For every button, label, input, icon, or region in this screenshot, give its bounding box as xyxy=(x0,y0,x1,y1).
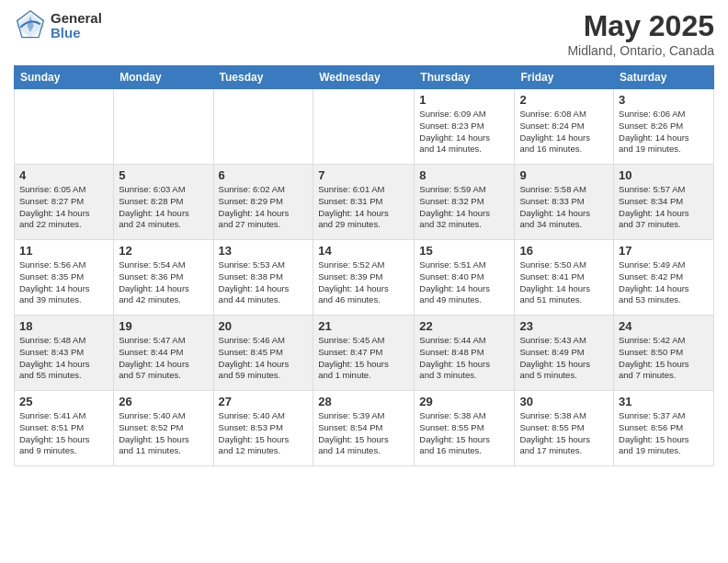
calendar-cell: 17Sunrise: 5:49 AM Sunset: 8:42 PM Dayli… xyxy=(614,240,714,316)
calendar-week-5: 25Sunrise: 5:41 AM Sunset: 8:51 PM Dayli… xyxy=(15,391,714,466)
calendar-cell: 1Sunrise: 6:09 AM Sunset: 8:23 PM Daylig… xyxy=(415,89,515,165)
day-number: 31 xyxy=(619,395,709,408)
th-saturday: Saturday xyxy=(614,66,714,89)
calendar-week-4: 18Sunrise: 5:48 AM Sunset: 8:43 PM Dayli… xyxy=(15,316,714,391)
calendar-cell: 2Sunrise: 6:08 AM Sunset: 8:24 PM Daylig… xyxy=(515,89,614,165)
day-info: Sunrise: 5:46 AM Sunset: 8:45 PM Dayligh… xyxy=(219,335,309,382)
day-info: Sunrise: 5:52 AM Sunset: 8:39 PM Dayligh… xyxy=(318,259,409,306)
day-info: Sunrise: 5:42 AM Sunset: 8:50 PM Dayligh… xyxy=(619,335,709,382)
day-info: Sunrise: 6:08 AM Sunset: 8:24 PM Dayligh… xyxy=(519,109,609,155)
th-friday: Friday xyxy=(515,66,614,89)
day-info: Sunrise: 6:03 AM Sunset: 8:28 PM Dayligh… xyxy=(119,184,208,231)
day-number: 16 xyxy=(519,244,609,258)
day-number: 8 xyxy=(419,168,509,182)
th-wednesday: Wednesday xyxy=(313,66,415,89)
day-number: 10 xyxy=(619,168,709,182)
day-info: Sunrise: 5:48 AM Sunset: 8:43 PM Dayligh… xyxy=(19,335,108,382)
day-number: 2 xyxy=(519,93,609,107)
day-info: Sunrise: 6:06 AM Sunset: 8:26 PM Dayligh… xyxy=(619,109,709,155)
day-number: 20 xyxy=(219,319,309,333)
day-number: 3 xyxy=(619,93,709,107)
day-info: Sunrise: 5:43 AM Sunset: 8:49 PM Dayligh… xyxy=(519,335,609,382)
location: Midland, Ontario, Canada xyxy=(567,43,714,58)
day-number: 26 xyxy=(119,395,208,408)
calendar-cell: 24Sunrise: 5:42 AM Sunset: 8:50 PM Dayli… xyxy=(614,316,714,391)
logo-text: General Blue xyxy=(51,11,102,41)
calendar-cell: 25Sunrise: 5:41 AM Sunset: 8:51 PM Dayli… xyxy=(15,391,114,466)
calendar-cell: 27Sunrise: 5:40 AM Sunset: 8:53 PM Dayli… xyxy=(213,391,313,466)
calendar-cell: 16Sunrise: 5:50 AM Sunset: 8:41 PM Dayli… xyxy=(515,240,614,316)
logo: General Blue xyxy=(14,9,102,42)
day-number: 12 xyxy=(119,244,208,258)
calendar-cell: 23Sunrise: 5:43 AM Sunset: 8:49 PM Dayli… xyxy=(515,316,614,391)
calendar-cell: 22Sunrise: 5:44 AM Sunset: 8:48 PM Dayli… xyxy=(415,316,515,391)
logo-blue: Blue xyxy=(51,26,102,41)
day-number: 19 xyxy=(119,319,208,333)
th-tuesday: Tuesday xyxy=(213,66,313,89)
weekday-header-row: Sunday Monday Tuesday Wednesday Thursday… xyxy=(15,66,714,89)
day-number: 25 xyxy=(19,395,108,408)
day-info: Sunrise: 5:54 AM Sunset: 8:36 PM Dayligh… xyxy=(119,259,208,306)
day-info: Sunrise: 5:38 AM Sunset: 8:55 PM Dayligh… xyxy=(419,410,509,457)
day-number: 14 xyxy=(318,244,409,258)
th-monday: Monday xyxy=(114,66,213,89)
day-number: 17 xyxy=(619,244,709,258)
calendar-cell: 3Sunrise: 6:06 AM Sunset: 8:26 PM Daylig… xyxy=(614,89,714,165)
day-info: Sunrise: 5:37 AM Sunset: 8:56 PM Dayligh… xyxy=(619,410,709,457)
title-block: May 2025 Midland, Ontario, Canada xyxy=(567,9,714,58)
th-sunday: Sunday xyxy=(15,66,114,89)
day-info: Sunrise: 5:45 AM Sunset: 8:47 PM Dayligh… xyxy=(318,335,409,382)
day-info: Sunrise: 6:01 AM Sunset: 8:31 PM Dayligh… xyxy=(318,184,409,231)
day-number: 1 xyxy=(419,93,509,107)
calendar-cell: 15Sunrise: 5:51 AM Sunset: 8:40 PM Dayli… xyxy=(415,240,515,316)
day-number: 27 xyxy=(219,395,309,408)
day-number: 21 xyxy=(318,319,409,333)
calendar-cell: 12Sunrise: 5:54 AM Sunset: 8:36 PM Dayli… xyxy=(114,240,213,316)
day-number: 15 xyxy=(419,244,509,258)
day-number: 22 xyxy=(419,319,509,333)
day-info: Sunrise: 5:58 AM Sunset: 8:33 PM Dayligh… xyxy=(519,184,609,231)
logo-general: General xyxy=(51,11,102,27)
day-info: Sunrise: 5:59 AM Sunset: 8:32 PM Dayligh… xyxy=(419,184,509,231)
day-info: Sunrise: 5:50 AM Sunset: 8:41 PM Dayligh… xyxy=(519,259,609,306)
calendar-cell: 31Sunrise: 5:37 AM Sunset: 8:56 PM Dayli… xyxy=(614,391,714,466)
day-info: Sunrise: 6:09 AM Sunset: 8:23 PM Dayligh… xyxy=(419,109,509,155)
month-title: May 2025 xyxy=(567,9,714,43)
calendar-cell: 8Sunrise: 5:59 AM Sunset: 8:32 PM Daylig… xyxy=(415,165,515,240)
day-info: Sunrise: 6:02 AM Sunset: 8:29 PM Dayligh… xyxy=(219,184,309,231)
calendar-cell: 30Sunrise: 5:38 AM Sunset: 8:55 PM Dayli… xyxy=(515,391,614,466)
day-number: 23 xyxy=(519,319,609,333)
day-number: 6 xyxy=(219,168,309,182)
day-number: 28 xyxy=(318,395,409,408)
calendar-cell xyxy=(313,89,415,165)
calendar-cell: 26Sunrise: 5:40 AM Sunset: 8:52 PM Dayli… xyxy=(114,391,213,466)
day-info: Sunrise: 6:05 AM Sunset: 8:27 PM Dayligh… xyxy=(19,184,108,231)
calendar-cell: 20Sunrise: 5:46 AM Sunset: 8:45 PM Dayli… xyxy=(213,316,313,391)
calendar-cell: 21Sunrise: 5:45 AM Sunset: 8:47 PM Dayli… xyxy=(313,316,415,391)
calendar-cell: 5Sunrise: 6:03 AM Sunset: 8:28 PM Daylig… xyxy=(114,165,213,240)
day-number: 13 xyxy=(219,244,309,258)
day-number: 7 xyxy=(318,168,409,182)
calendar-cell: 9Sunrise: 5:58 AM Sunset: 8:33 PM Daylig… xyxy=(515,165,614,240)
calendar-table: Sunday Monday Tuesday Wednesday Thursday… xyxy=(14,65,714,466)
day-info: Sunrise: 5:49 AM Sunset: 8:42 PM Dayligh… xyxy=(619,259,709,306)
calendar-cell: 10Sunrise: 5:57 AM Sunset: 8:34 PM Dayli… xyxy=(614,165,714,240)
day-info: Sunrise: 5:38 AM Sunset: 8:55 PM Dayligh… xyxy=(519,410,609,457)
day-number: 11 xyxy=(19,244,108,258)
day-info: Sunrise: 5:40 AM Sunset: 8:53 PM Dayligh… xyxy=(219,410,309,457)
calendar-cell: 11Sunrise: 5:56 AM Sunset: 8:35 PM Dayli… xyxy=(15,240,114,316)
calendar-week-2: 4Sunrise: 6:05 AM Sunset: 8:27 PM Daylig… xyxy=(15,165,714,240)
calendar-cell: 19Sunrise: 5:47 AM Sunset: 8:44 PM Dayli… xyxy=(114,316,213,391)
calendar-week-3: 11Sunrise: 5:56 AM Sunset: 8:35 PM Dayli… xyxy=(15,240,714,316)
header: General Blue May 2025 Midland, Ontario, … xyxy=(14,9,714,58)
calendar-cell xyxy=(213,89,313,165)
day-number: 5 xyxy=(119,168,208,182)
day-info: Sunrise: 5:51 AM Sunset: 8:40 PM Dayligh… xyxy=(419,259,509,306)
day-number: 24 xyxy=(619,319,709,333)
calendar-cell: 13Sunrise: 5:53 AM Sunset: 8:38 PM Dayli… xyxy=(213,240,313,316)
day-number: 18 xyxy=(19,319,108,333)
calendar-week-1: 1Sunrise: 6:09 AM Sunset: 8:23 PM Daylig… xyxy=(15,89,714,165)
calendar-cell: 4Sunrise: 6:05 AM Sunset: 8:27 PM Daylig… xyxy=(15,165,114,240)
calendar-cell: 14Sunrise: 5:52 AM Sunset: 8:39 PM Dayli… xyxy=(313,240,415,316)
day-number: 4 xyxy=(19,168,108,182)
